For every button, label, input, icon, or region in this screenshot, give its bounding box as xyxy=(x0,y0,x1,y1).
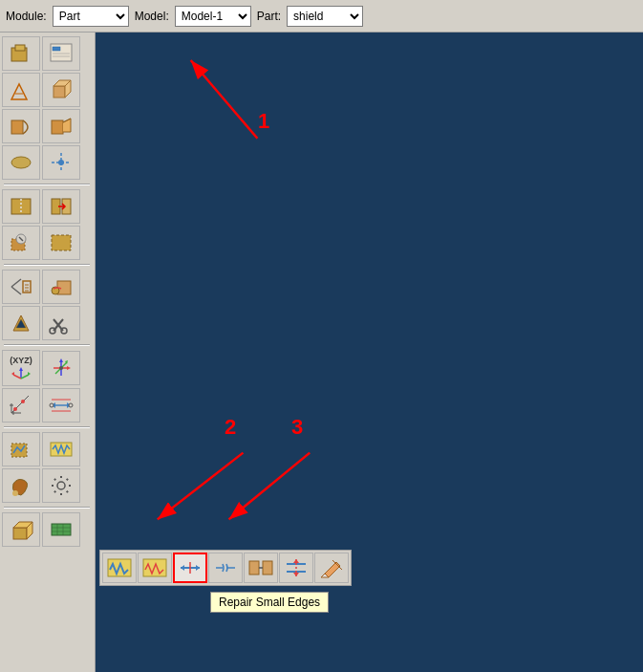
svg-point-66 xyxy=(50,403,54,407)
toolbar-row-9: (XYZ) xyxy=(2,350,93,386)
divider-4 xyxy=(4,426,90,428)
toolbar-row-4 xyxy=(2,145,93,180)
divider-5 xyxy=(4,507,90,509)
partition-button[interactable] xyxy=(2,189,40,224)
bt-erase[interactable] xyxy=(314,553,349,583)
svg-point-57 xyxy=(13,407,17,411)
svg-line-43 xyxy=(21,375,29,379)
annotation-1: 1 xyxy=(258,109,269,134)
svg-marker-88 xyxy=(181,565,184,571)
svg-line-28 xyxy=(11,287,21,294)
svg-rect-93 xyxy=(249,561,259,574)
svg-rect-8 xyxy=(54,86,65,98)
mesh-button[interactable] xyxy=(42,512,80,547)
annotation-3: 3 xyxy=(291,415,303,440)
svg-point-18 xyxy=(58,160,64,165)
part-label: Part: xyxy=(257,10,281,23)
axes-button[interactable] xyxy=(42,351,80,385)
offset-button[interactable] xyxy=(42,388,80,423)
set-button[interactable] xyxy=(2,270,40,304)
toolbar-row-2 xyxy=(2,73,93,107)
bt-repair-sketch[interactable] xyxy=(102,553,137,583)
bt-repair-small-edges[interactable] xyxy=(173,553,207,583)
svg-marker-99 xyxy=(293,559,299,563)
divider-3 xyxy=(4,344,90,346)
svg-rect-26 xyxy=(52,235,71,250)
left-toolbar: (XYZ) xyxy=(0,33,96,672)
divider-1 xyxy=(4,184,90,185)
svg-rect-72 xyxy=(13,528,27,539)
revolve-button[interactable] xyxy=(2,109,40,143)
toolbar-row-11 xyxy=(2,432,93,466)
extrude-button[interactable] xyxy=(42,73,80,107)
svg-rect-12 xyxy=(11,120,23,134)
module-select[interactable]: Part xyxy=(53,6,129,27)
annotation-2: 2 xyxy=(225,415,236,440)
toolbar-row-8 xyxy=(2,306,93,340)
blend-button[interactable] xyxy=(2,145,40,180)
svg-marker-100 xyxy=(293,573,299,576)
svg-line-84 xyxy=(229,453,311,520)
svg-marker-45 xyxy=(11,372,14,376)
svg-rect-3 xyxy=(53,47,60,51)
part-select[interactable]: shield xyxy=(287,6,363,27)
feature-manipulate-button[interactable] xyxy=(42,226,80,260)
xyz-label: (XYZ) xyxy=(10,357,32,365)
main-layout: (XYZ) xyxy=(0,33,643,672)
svg-point-71 xyxy=(57,482,65,489)
sweep-button[interactable] xyxy=(42,109,80,143)
scale-button[interactable] xyxy=(2,388,40,423)
wavy-repair-button[interactable] xyxy=(42,432,80,466)
settings-button[interactable] xyxy=(42,468,80,503)
bt-extend[interactable] xyxy=(208,553,243,583)
toolbar-row-12 xyxy=(2,468,93,503)
xyz-triad-button[interactable]: (XYZ) xyxy=(2,350,40,386)
svg-line-42 xyxy=(13,375,21,379)
datum-button[interactable] xyxy=(42,145,80,180)
shell-button[interactable] xyxy=(2,306,40,340)
svg-marker-52 xyxy=(67,366,71,370)
svg-line-83 xyxy=(158,453,244,520)
model-select[interactable]: Model-1 xyxy=(175,6,251,27)
canvas-area: 1 2 3 xyxy=(96,33,643,672)
repair-part-button[interactable] xyxy=(2,226,40,260)
svg-point-58 xyxy=(21,400,25,403)
transform-button[interactable] xyxy=(42,270,80,304)
create-part-button[interactable] xyxy=(2,36,40,71)
svg-rect-2 xyxy=(51,44,72,61)
svg-rect-76 xyxy=(52,524,71,535)
toolbar-row-10 xyxy=(2,388,93,423)
svg-rect-1 xyxy=(15,45,25,51)
bt-wavy-signal[interactable] xyxy=(138,553,172,583)
svg-marker-44 xyxy=(19,367,23,371)
paint-button[interactable] xyxy=(2,468,40,503)
toolbar-row-5 xyxy=(2,189,93,224)
cut-button[interactable] xyxy=(42,306,80,340)
svg-marker-46 xyxy=(28,372,31,376)
top-toolbar: Module: Part Model: Model-1 Part: shield xyxy=(0,0,643,33)
svg-line-27 xyxy=(11,279,21,287)
part-manager-button[interactable] xyxy=(42,36,80,71)
svg-point-50 xyxy=(59,366,63,370)
module-label: Module: xyxy=(6,10,47,23)
bt-merge[interactable] xyxy=(244,553,278,583)
svg-rect-94 xyxy=(263,561,272,574)
toolbar-row-3 xyxy=(2,109,93,143)
svg-rect-13 xyxy=(52,120,63,134)
toolbar-row-1 xyxy=(2,36,93,71)
bottom-toolbar xyxy=(99,550,352,586)
svg-marker-89 xyxy=(196,565,200,571)
solid-button[interactable] xyxy=(2,512,40,547)
svg-point-67 xyxy=(69,403,73,407)
merge-cells-button[interactable] xyxy=(42,189,80,224)
repair-icon-button[interactable] xyxy=(2,432,40,466)
tooltip-repair-small-edges: Repair Small Edges xyxy=(210,592,329,613)
toolbar-row-13 xyxy=(2,512,93,547)
divider-2 xyxy=(4,264,90,266)
sketch-button[interactable] xyxy=(2,73,40,107)
model-label: Model: xyxy=(135,10,169,23)
svg-point-70 xyxy=(12,490,18,496)
toolbar-row-7 xyxy=(2,270,93,304)
bt-break[interactable] xyxy=(279,553,313,583)
svg-point-15 xyxy=(11,157,31,168)
